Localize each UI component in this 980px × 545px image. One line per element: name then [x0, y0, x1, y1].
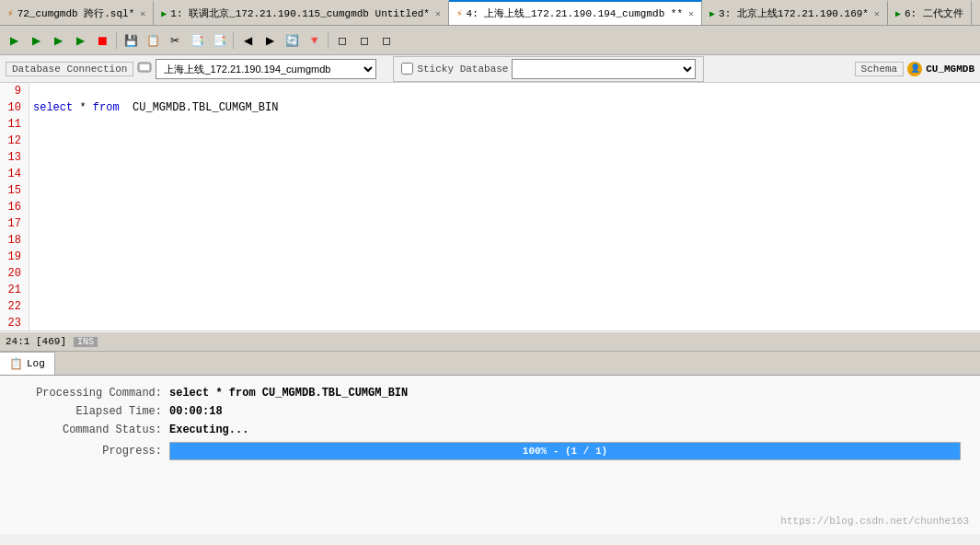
tab-5[interactable]: ▶ 6: 二代文件	[888, 0, 972, 25]
db-connection-section: Database Connection 上海上线_172.21.190.194_…	[6, 59, 376, 79]
run4-button[interactable]: ▶	[70, 30, 90, 51]
code-line-22	[33, 298, 976, 315]
copy-button[interactable]: 📋	[143, 30, 163, 51]
log-tab[interactable]: 📋 Log	[0, 352, 55, 375]
progress-bar-container: 100% - (1 / 1)	[169, 442, 961, 460]
tab-2-label: 1: 联调北京_172.21.190.115_cumgmdb Untitled*	[170, 6, 430, 20]
elapsed-time-label: Elapsed Time:	[15, 405, 162, 418]
tab-4-label: 3: 北京上线172.21.190.169*	[719, 6, 869, 20]
code-line-9	[33, 83, 976, 99]
schema-section: Schema 👤 CU_MGMDB	[855, 62, 974, 76]
schema-icon: 👤	[907, 62, 922, 76]
code-line-23	[33, 315, 976, 330]
db-connection-bar: Database Connection 上海上线_172.21.190.194_…	[0, 55, 980, 83]
watermark: https://blog.csdn.net/chunhe163	[780, 516, 969, 527]
toolbar: ▶ ▶ ▶ ▶ ⏹ 💾 📋 ✂ 📑 📑 ◀ ▶ 🔄 🔻 ◻ ◻ ◻	[0, 26, 980, 55]
forward-button[interactable]: ▶	[259, 30, 280, 51]
sticky-checkbox[interactable]	[401, 63, 413, 75]
square1-button[interactable]: ◻	[332, 30, 352, 51]
tab-3-icon: ⚡	[456, 7, 463, 19]
editor-area: 9 10 11 12 13 14 15 16 17 18 19 20 21 22…	[0, 83, 980, 331]
code-editor[interactable]: select * from CU_MGMDB.TBL_CUMGM_BIN	[29, 83, 980, 330]
code-line-19	[33, 249, 976, 265]
stop-button[interactable]: ⏹	[92, 30, 112, 51]
schema-value: CU_MGMDB	[926, 64, 974, 75]
tab-4-close[interactable]: ✕	[874, 8, 880, 19]
code-line-15	[33, 182, 976, 199]
paste-button[interactable]: 📑	[187, 30, 207, 51]
command-status-value: Executing...	[169, 423, 248, 436]
log-row-progress: Progress: 100% - (1 / 1)	[15, 442, 965, 460]
tab-3-close[interactable]: ✕	[688, 8, 694, 19]
sticky-select[interactable]	[512, 59, 696, 79]
log-area: Processing Command: select * from CU_MGM…	[0, 376, 980, 534]
tab-3[interactable]: ⚡ 4: 上海上线_172.21.190.194_cumgmdb ** ✕	[449, 0, 702, 25]
progress-text: 100% - (1 / 1)	[523, 446, 607, 457]
status-position: 24:1 [469]	[6, 336, 66, 347]
processing-command-label: Processing Command:	[15, 387, 162, 400]
tab-4[interactable]: ▶ 3: 北京上线172.21.190.169* ✕	[702, 0, 888, 25]
code-line-14	[33, 166, 976, 182]
tab-5-icon: ▶	[895, 8, 901, 19]
code-line-16	[33, 199, 976, 215]
log-row-status: Command Status: Executing...	[15, 423, 965, 436]
sep3	[328, 32, 329, 49]
tab-1[interactable]: ⚡ 72_cumgmdb 跨行.sql* ✕	[0, 0, 154, 25]
tab-4-icon: ▶	[709, 8, 715, 19]
code-line-21	[33, 282, 976, 298]
run-button[interactable]: ▶	[4, 30, 24, 51]
square3-button[interactable]: ◻	[376, 30, 397, 51]
sticky-db-section: Sticky Database	[393, 56, 704, 82]
code-line-12	[33, 133, 976, 149]
elapsed-time-value: 00:00:18	[169, 405, 223, 418]
tab-1-close[interactable]: ✕	[140, 8, 145, 19]
svg-rect-1	[140, 64, 149, 70]
save-button[interactable]: 💾	[121, 30, 141, 51]
line-numbers: 9 10 11 12 13 14 15 16 17 18 19 20 21 22…	[0, 83, 29, 330]
log-tabs: 📋 Log	[0, 352, 980, 376]
sep1	[116, 32, 117, 49]
code-line-13	[33, 149, 976, 166]
code-line-20	[33, 265, 976, 282]
paste2-button[interactable]: 📑	[209, 30, 229, 51]
db-connection-label: Database Connection	[6, 62, 133, 76]
tab-5-label: 6: 二代文件	[905, 6, 963, 20]
sep2	[233, 32, 234, 49]
square2-button[interactable]: ◻	[354, 30, 375, 51]
code-line-17	[33, 215, 976, 232]
processing-command-value: select * from CU_MGMDB.TBL_CUMGM_BIN	[169, 387, 408, 400]
tab-2-close[interactable]: ✕	[435, 8, 441, 19]
code-line-10: select * from CU_MGMDB.TBL_CUMGM_BIN	[33, 99, 976, 116]
progress-fill: 100% - (1 / 1)	[170, 443, 960, 459]
tab-bar: ⚡ 72_cumgmdb 跨行.sql* ✕ ▶ 1: 联调北京_172.21.…	[0, 0, 980, 26]
sticky-label: Sticky Database	[417, 64, 508, 75]
tab-1-icon: ⚡	[7, 7, 14, 19]
keyword-select: select	[33, 99, 73, 116]
tab-2[interactable]: ▶ 1: 联调北京_172.21.190.115_cumgmdb Untitle…	[154, 0, 449, 25]
keyword-from: from	[93, 99, 120, 116]
tab-1-label: 72_cumgmdb 跨行.sql*	[17, 6, 135, 20]
bottom-section: 📋 Log Processing Command: select * from …	[0, 352, 980, 534]
dropdown-button[interactable]: 🔻	[304, 30, 324, 51]
cut-button[interactable]: ✂	[165, 30, 185, 51]
refresh-button[interactable]: 🔄	[282, 30, 302, 51]
schema-label: Schema	[855, 62, 905, 76]
log-tab-icon: 📋	[9, 357, 23, 371]
tab-3-label: 4: 上海上线_172.21.190.194_cumgmdb **	[467, 6, 683, 20]
log-row-elapsed: Elapsed Time: 00:00:18	[15, 405, 965, 418]
run3-button[interactable]: ▶	[48, 30, 68, 51]
log-tab-label: Log	[27, 358, 45, 369]
status-mode: INS	[74, 337, 98, 347]
status-bar: 24:1 [469] INS	[0, 331, 980, 352]
command-status-label: Command Status:	[15, 423, 162, 436]
tab-2-icon: ▶	[161, 8, 167, 19]
log-row-processing: Processing Command: select * from CU_MGM…	[15, 387, 965, 400]
back-button[interactable]: ◀	[237, 30, 258, 51]
run2-button[interactable]: ▶	[26, 30, 46, 51]
code-line-11	[33, 116, 976, 133]
code-line-18	[33, 232, 976, 249]
progress-label: Progress:	[15, 445, 162, 458]
db-connection-select[interactable]: 上海上线_172.21.190.194_cumgmdb	[156, 59, 376, 79]
db-icon	[137, 61, 152, 76]
